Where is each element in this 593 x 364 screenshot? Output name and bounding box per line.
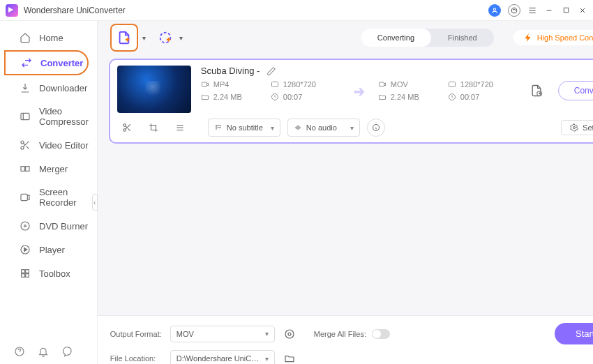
convert-label: Convert (574, 86, 593, 96)
gear-icon (570, 123, 578, 132)
src-size: 2.24 MB (213, 93, 242, 101)
svg-rect-8 (21, 194, 27, 200)
add-url-button[interactable] (156, 28, 175, 47)
sidebar-item-compressor[interactable]: Video Compressor (4, 100, 89, 132)
collapse-sidebar-icon[interactable]: ‹ (92, 194, 98, 211)
merge-toggle[interactable] (372, 329, 390, 339)
tab-label: Finished (448, 33, 477, 42)
crop-icon[interactable] (144, 119, 163, 136)
home-icon (20, 32, 31, 43)
svg-point-30 (285, 330, 294, 338)
svg-rect-3 (21, 113, 29, 119)
svg-rect-22 (449, 82, 455, 87)
sidebar-item-home[interactable]: Home (4, 26, 89, 49)
sidebar-item-label: Downloader (39, 83, 87, 93)
status-tabs: Converting Finished (361, 29, 494, 47)
src-format: MP4 (213, 80, 230, 89)
app-logo (6, 4, 18, 17)
feedback-icon[interactable] (61, 346, 73, 357)
convert-button[interactable]: Convert (558, 81, 593, 100)
info-icon[interactable] (367, 119, 385, 137)
file-location-select[interactable]: D:\Wondershare UniConverter ▾ (170, 350, 275, 364)
resolution-icon (448, 80, 456, 89)
sidebar-item-downloader[interactable]: Downloader (4, 77, 89, 99)
dst-duration: 00:07 (460, 93, 480, 101)
window-maximize-icon[interactable] (561, 6, 571, 15)
settings-label: Settings (583, 123, 593, 132)
audio-select[interactable]: No audio ▾ (287, 119, 360, 137)
file-card: Scuba Diving - MP4 2.24 MB 1280*720 00:0… (109, 59, 593, 144)
dvd-icon (20, 220, 31, 232)
add-file-button[interactable] (110, 24, 138, 52)
chevron-down-icon: ▾ (271, 124, 274, 132)
app-title: Wondershare UniConverter (24, 6, 488, 15)
footer: Output Format: MOV ▾ Merge All Files: St… (98, 315, 593, 364)
effects-icon[interactable] (170, 119, 190, 136)
window-close-icon[interactable] (578, 6, 587, 15)
hsc-label: High Speed Conversion (537, 33, 593, 42)
start-all-label: Start All (576, 328, 593, 339)
svg-rect-13 (26, 270, 29, 273)
support-icon[interactable] (508, 4, 520, 17)
open-folder-icon[interactable] (282, 351, 297, 364)
chevron-down-icon: ▾ (265, 330, 269, 338)
video-icon (378, 80, 386, 89)
sidebar-item-label: Screen Recorder (39, 187, 89, 208)
add-file-dropdown-icon[interactable]: ▾ (142, 34, 146, 42)
sidebar-item-toolbox[interactable]: Toolbox (4, 262, 89, 285)
bell-icon[interactable] (38, 346, 49, 357)
svg-rect-18 (202, 82, 207, 86)
video-icon (201, 80, 209, 89)
high-speed-conversion-button[interactable]: High Speed Conversion (513, 30, 593, 45)
svg-rect-15 (26, 274, 29, 278)
output-preset-icon[interactable] (527, 82, 546, 100)
window-minimize-icon[interactable] (544, 6, 554, 15)
chevron-down-icon: ▾ (350, 124, 354, 132)
hamburger-menu-icon[interactable] (527, 6, 537, 15)
rename-icon[interactable] (267, 66, 276, 76)
dst-size: 2.24 MB (391, 93, 419, 101)
add-url-dropdown-icon[interactable]: ▾ (179, 34, 183, 42)
sidebar-item-dvd[interactable]: DVD Burner (4, 215, 89, 237)
sidebar-item-player[interactable]: Player (4, 238, 89, 261)
player-icon (20, 244, 31, 255)
file-location-label: File Location: (110, 354, 163, 363)
output-format-label: Output Format: (110, 330, 163, 338)
sidebar-item-editor[interactable]: Video Editor (4, 134, 89, 156)
clock-icon (271, 93, 279, 101)
audio-icon (294, 123, 302, 132)
settings-button[interactable]: Settings (561, 120, 593, 135)
sidebar-item-recorder[interactable]: Screen Recorder (4, 181, 89, 213)
sidebar-item-label: Player (39, 245, 65, 255)
bolt-icon (523, 33, 533, 43)
sidebar-item-label: Converter (40, 58, 83, 68)
trim-icon[interactable] (117, 119, 137, 136)
tab-converting[interactable]: Converting (361, 29, 431, 47)
svg-rect-2 (564, 8, 568, 12)
output-format-select[interactable]: MOV ▾ (170, 326, 275, 342)
user-account-icon[interactable] (488, 4, 501, 17)
subtitle-select[interactable]: No subtitle ▾ (208, 119, 280, 137)
tab-label: Converting (377, 33, 414, 42)
video-thumbnail[interactable] (117, 66, 191, 113)
sidebar: Home Converter Downloader Video Compress… (0, 21, 98, 364)
sidebar-item-converter[interactable]: Converter (4, 50, 89, 75)
merge-label: Merge All Files: (314, 330, 366, 338)
start-all-button[interactable]: Start All (555, 323, 593, 344)
dst-format: MOV (391, 80, 408, 89)
file-location-value: D:\Wondershare UniConverter (177, 354, 260, 363)
svg-point-9 (21, 222, 29, 230)
converter-icon (21, 57, 32, 68)
arrow-right-icon (347, 83, 371, 98)
tab-finished[interactable]: Finished (431, 29, 494, 47)
output-settings-icon[interactable] (282, 326, 297, 342)
help-icon[interactable] (14, 346, 25, 357)
subtitle-value: No subtitle (227, 123, 263, 132)
svg-rect-12 (22, 270, 25, 273)
sidebar-item-label: Toolbox (39, 268, 70, 279)
sidebar-item-merger[interactable]: Merger (4, 158, 89, 180)
resolution-icon (271, 80, 279, 89)
sidebar-item-label: Video Editor (39, 140, 89, 151)
svg-point-29 (288, 333, 291, 335)
svg-point-4 (21, 141, 24, 144)
